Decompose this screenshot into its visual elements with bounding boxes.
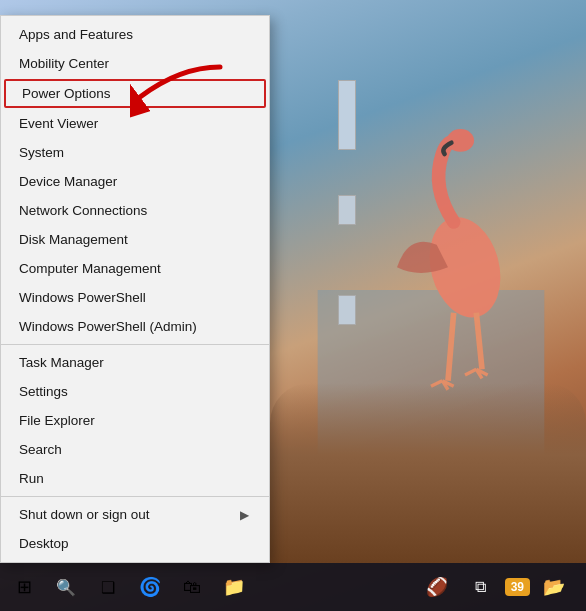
menu-item-task-manager[interactable]: Task Manager: [1, 348, 269, 377]
svg-point-2: [447, 129, 474, 152]
taskbar-tray: 🏈 ⧉ 39 📂: [417, 567, 582, 607]
menu-item-settings[interactable]: Settings: [1, 377, 269, 406]
task-view-button[interactable]: ❑: [88, 567, 128, 607]
menu-item-run[interactable]: Run: [1, 464, 269, 493]
store-button[interactable]: 🛍: [172, 567, 212, 607]
start-button[interactable]: ⊞: [4, 567, 44, 607]
football-icon[interactable]: 🏈: [417, 567, 457, 607]
menu-item-apps-features[interactable]: Apps and Features: [1, 20, 269, 49]
menu-item-powershell[interactable]: Windows PowerShell: [1, 283, 269, 312]
terrain: [270, 383, 586, 563]
shutdown-arrow-icon: ▶: [240, 508, 249, 522]
menu-item-system[interactable]: System: [1, 138, 269, 167]
menu-item-disk-management[interactable]: Disk Management: [1, 225, 269, 254]
menu-item-powershell-admin[interactable]: Windows PowerShell (Admin): [1, 312, 269, 341]
menu-item-event-viewer[interactable]: Event Viewer: [1, 109, 269, 138]
context-menu: Apps and Features Mobility Center Power …: [0, 15, 270, 563]
mail-button[interactable]: 📁: [214, 567, 254, 607]
taskbar: ⊞ 🔍 ❑ 🌀 🛍 📁 🏈 ⧉ 39 📂: [0, 563, 586, 611]
menu-item-network-connections[interactable]: Network Connections: [1, 196, 269, 225]
menu-item-device-manager[interactable]: Device Manager: [1, 167, 269, 196]
menu-item-shutdown[interactable]: Shut down or sign out ▶: [1, 500, 269, 529]
menu-divider-2: [1, 496, 269, 497]
edge-button[interactable]: 🌀: [130, 567, 170, 607]
menu-divider-1: [1, 344, 269, 345]
multi-window-icon[interactable]: ⧉: [461, 567, 501, 607]
menu-item-desktop[interactable]: Desktop: [1, 529, 269, 558]
window-snippet-3: [338, 295, 356, 325]
taskbar-icons-area: ⊞ 🔍 ❑ 🌀 🛍 📁: [4, 567, 417, 607]
window-snippet-2: [338, 195, 356, 225]
menu-item-search[interactable]: Search: [1, 435, 269, 464]
menu-item-file-explorer[interactable]: File Explorer: [1, 406, 269, 435]
menu-item-mobility-center[interactable]: Mobility Center: [1, 49, 269, 78]
window-snippet-1: [338, 80, 356, 150]
menu-item-power-options[interactable]: Power Options: [4, 79, 266, 108]
files-button[interactable]: 📂: [534, 567, 574, 607]
clock-badge: 39: [505, 578, 530, 596]
search-taskbar-button[interactable]: 🔍: [46, 567, 86, 607]
menu-item-computer-management[interactable]: Computer Management: [1, 254, 269, 283]
